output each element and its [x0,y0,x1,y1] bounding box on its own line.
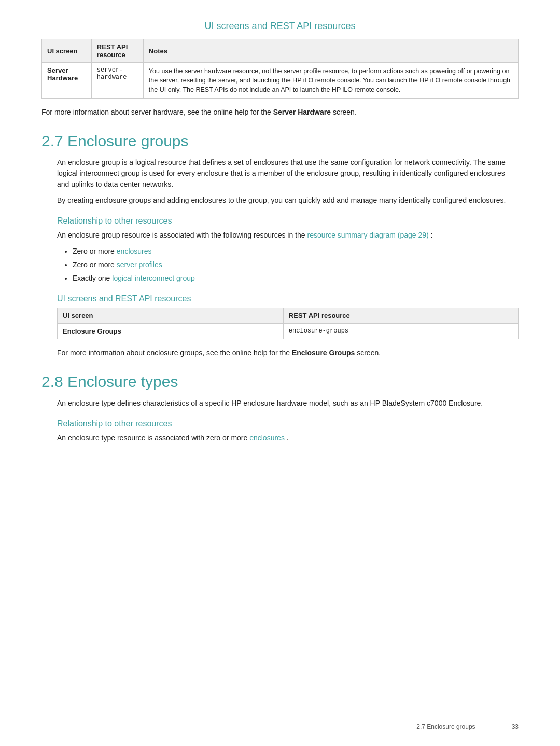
section-28: 2.8 Enclosure types An enclosure type de… [41,373,519,444]
list-item-enclosures: Zero or more enclosures [73,246,519,257]
enclosure-groups-link: Enclosure Groups [292,349,355,357]
table-row-enclosure-groups: Enclosure Groups enclosure-groups [58,324,519,339]
server-hardware-table: UI screen REST API resource Notes Server… [41,39,519,99]
table-row: Server Hardware server-hardware You use … [42,63,519,99]
enclosure-groups-table: UI screen REST API resource Enclosure Gr… [57,308,519,339]
rest-resource-cell-27: enclosure-groups [283,324,518,339]
table-header-rest-api-27: REST API resource [283,308,518,324]
top-section: UI screens and REST API resources UI scr… [41,21,519,118]
list-item-server-profiles: Zero or more server profiles [73,259,519,270]
relationship-text-28: An enclosure type resource is associated… [57,433,519,444]
table-header-ui-screen: UI screen [42,39,92,63]
section-27-para2: By creating enclosure groups and adding … [57,195,519,206]
footer-page-number: 33 [512,723,519,730]
relationship-intro-27: An enclosure group resource is associate… [57,230,519,241]
resource-summary-diagram-link[interactable]: resource summary diagram (page 29) [307,231,428,239]
server-hardware-footer: For more information about server hardwa… [41,107,519,118]
section-28-heading: 2.8 Enclosure types [41,373,519,391]
server-profiles-link[interactable]: server profiles [117,260,162,269]
enclosure-groups-footer: For more information about enclosure gro… [57,348,519,358]
section-27-heading: 2.7 Enclosure groups [41,132,519,150]
logical-interconnect-group-link[interactable]: logical interconnect group [112,274,195,282]
table-header-rest-api: REST API resource [91,39,143,63]
section-27: 2.7 Enclosure groups An enclosure group … [41,132,519,358]
top-section-title: UI screens and REST API resources [41,21,519,32]
ui-screen-cell-27: Enclosure Groups [58,324,284,339]
ui-screen-cell: Server Hardware [42,63,92,99]
footer-left: 2.7 Enclosure groups [416,723,475,730]
relationship-heading-27: Relationship to other resources [57,216,519,226]
section-27-para1: An enclosure group is a logical resource… [57,157,519,190]
enclosures-link[interactable]: enclosures [117,247,152,255]
table-header-notes: Notes [143,39,518,63]
rest-resource-cell: server-hardware [91,63,143,99]
server-hardware-link: Server Hardware [273,108,331,116]
relationship-heading-28: Relationship to other resources [57,419,519,429]
ui-section-27-title: UI screens and REST API resources [57,294,519,303]
notes-cell: You use the server hardware resource, no… [143,63,518,99]
relationship-section-28: Relationship to other resources An enclo… [57,419,519,444]
ui-section-27: UI screens and REST API resources UI scr… [57,294,519,358]
relationship-section-27: Relationship to other resources An enclo… [57,216,519,284]
table-header-ui-screen-27: UI screen [58,308,284,324]
section-28-para1: An enclosure type defines characteristic… [57,398,519,409]
relationship-list-27: Zero or more enclosures Zero or more ser… [73,246,519,284]
list-item-logical-interconnect-group: Exactly one logical interconnect group [73,273,519,284]
page-footer: 2.7 Enclosure groups 33 [416,723,519,730]
enclosures-link-28[interactable]: enclosures [249,434,285,442]
